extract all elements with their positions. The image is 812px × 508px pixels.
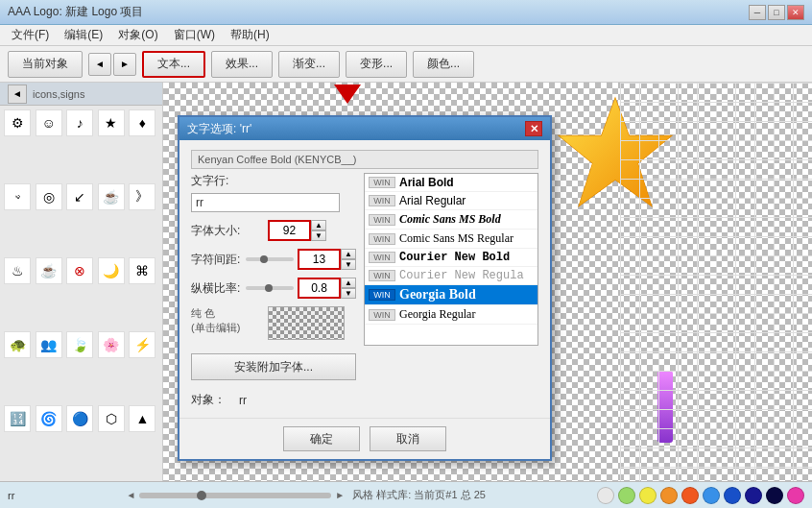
- scale-row: 纵横比率: ▲ ▼: [191, 278, 356, 299]
- font-size-row: 字体大小: 92 ▲ ▼: [191, 220, 356, 241]
- font-name: Arial Regular: [399, 194, 466, 207]
- scale-thumb[interactable]: [265, 284, 273, 292]
- char-spacing-thumb[interactable]: [260, 255, 268, 263]
- font-name: Georgia Bold: [399, 287, 476, 302]
- scale-spinner: ▲ ▼: [246, 278, 356, 299]
- font-size-label: 字体大小:: [191, 223, 268, 239]
- color-row: 纯 色 (单击编辑): [191, 306, 356, 340]
- font-item-courier-bold[interactable]: WIN Courier New Bold: [365, 249, 537, 267]
- font-list[interactable]: WIN Arial Bold WIN Arial Regular WIN Com…: [364, 173, 538, 346]
- font-item-courier-regular[interactable]: WIN Courier New Regular: [365, 267, 537, 285]
- object-row: 对象： rr: [191, 392, 356, 408]
- scale-slider[interactable]: [246, 286, 294, 290]
- dialog-title-text: 文字选项: 'rr': [187, 121, 525, 137]
- font-name: Courier New Regular: [399, 269, 524, 282]
- object-value: rr: [239, 394, 247, 407]
- font-name: Comic Sans MS Bold: [399, 212, 501, 227]
- font-tag: WIN: [369, 214, 395, 226]
- font-item-georgia-regular[interactable]: WIN Georgia Regular: [365, 305, 537, 325]
- font-name: Arial Bold: [399, 176, 454, 189]
- font-size-spinner: 92 ▲ ▼: [268, 220, 326, 241]
- color-labels: 纯 色 (单击编辑): [191, 306, 268, 335]
- dialog-title-bar: 文字选项: 'rr' ✕: [179, 117, 550, 140]
- cancel-button[interactable]: 取消: [370, 426, 446, 451]
- font-size-up-button[interactable]: ▲: [311, 220, 326, 230]
- text-options-dialog: 文字选项: 'rr' ✕ Kenyan Coffee Bold (KENYCB_…: [178, 115, 552, 461]
- color-sub-label: (单击编辑): [191, 321, 268, 335]
- font-name: Comic Sans MS Regular: [399, 231, 513, 246]
- font-name: Courier New Bold: [399, 251, 510, 264]
- text-line-input[interactable]: [191, 193, 340, 212]
- font-size-down-button[interactable]: ▼: [311, 230, 326, 241]
- char-spacing-slider[interactable]: [246, 257, 294, 261]
- scale-spin-buttons: ▲ ▼: [341, 278, 356, 299]
- arrow-down-icon: [334, 85, 361, 104]
- font-tag: WIN: [369, 309, 395, 321]
- char-spacing-spin-buttons: ▲ ▼: [341, 249, 356, 270]
- dialog-body: Kenyan Coffee Bold (KENYCB__) 文字行: 字体大小:…: [179, 140, 550, 418]
- object-label: 对象：: [191, 392, 239, 408]
- char-spacing-label: 字符间距:: [191, 252, 246, 268]
- font-name: Georgia Regular: [399, 307, 475, 322]
- font-tag: WIN: [369, 177, 395, 188]
- font-item-arial-bold[interactable]: WIN Arial Bold: [365, 174, 537, 192]
- font-tag: WIN: [369, 252, 395, 263]
- scale-up-button[interactable]: ▲: [341, 278, 356, 288]
- dialog-left-form: 文字行: 字体大小: 92 ▲ ▼: [191, 173, 364, 408]
- text-line-label: 文字行:: [191, 173, 356, 189]
- font-header: Kenyan Coffee Bold (KENYCB__): [191, 150, 538, 169]
- dialog-close-button[interactable]: ✕: [525, 121, 542, 136]
- install-fonts-button[interactable]: 安装附加字体...: [191, 353, 356, 380]
- char-spacing-down-button[interactable]: ▼: [341, 259, 356, 270]
- scale-slider-row: [246, 286, 294, 290]
- scale-down-button[interactable]: ▼: [341, 288, 356, 299]
- font-tag: WIN: [369, 270, 395, 281]
- scale-label: 纵横比率:: [191, 280, 246, 297]
- font-item-arial-regular[interactable]: WIN Arial Regular: [365, 192, 537, 210]
- font-tag: WIN: [369, 195, 395, 206]
- ok-button[interactable]: 确定: [283, 426, 360, 451]
- color-preview-swatch[interactable]: [268, 306, 345, 340]
- dialog-overlay: 文字选项: 'rr' ✕ Kenyan Coffee Bold (KENYCB_…: [0, 0, 812, 508]
- font-item-comic-bold[interactable]: WIN Comic Sans MS Bold: [365, 210, 537, 230]
- char-spacing-slider-row: [246, 257, 294, 261]
- dialog-content-inner: 文字行: 字体大小: 92 ▲ ▼: [191, 173, 538, 408]
- font-list-panel: WIN Arial Bold WIN Arial Regular WIN Com…: [364, 173, 538, 408]
- char-spacing-up-button[interactable]: ▲: [341, 249, 356, 259]
- arrow-indicator: [334, 85, 361, 104]
- scale-input[interactable]: [298, 278, 341, 299]
- dialog-footer: 确定 取消: [179, 418, 550, 459]
- char-spacing-row: 字符间距: ▲ ▼: [191, 249, 356, 270]
- font-item-georgia-bold[interactable]: WIN Georgia Bold: [365, 285, 537, 305]
- font-tag: WIN: [369, 233, 395, 245]
- font-tag: WIN: [369, 289, 395, 301]
- font-size-spin-buttons: ▲ ▼: [311, 220, 326, 241]
- font-item-comic-regular[interactable]: WIN Comic Sans MS Regular: [365, 230, 537, 249]
- color-label: 纯 色: [191, 306, 268, 321]
- char-spacing-input[interactable]: [298, 249, 341, 270]
- font-size-input[interactable]: 92: [268, 220, 311, 241]
- char-spacing-spinner: ▲ ▼: [246, 249, 356, 270]
